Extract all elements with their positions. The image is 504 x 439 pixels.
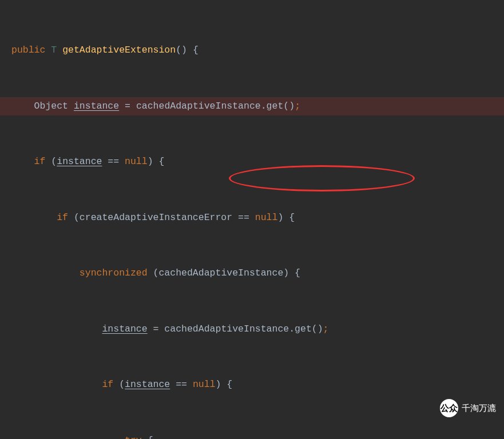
code-line: synchronized (cachedAdaptiveInstance) {	[11, 264, 504, 283]
method-name: getAdaptiveExtension	[62, 45, 176, 55]
rhs: cachedAdaptiveInstance.get()	[136, 101, 295, 111]
rhs: = cachedAdaptiveInstance.get()	[148, 324, 323, 334]
close: ) {	[216, 379, 233, 390]
generic-T: T	[51, 45, 57, 55]
keyword-synchronized: synchronized	[80, 268, 148, 278]
keyword-public: public	[11, 45, 45, 55]
code-editor[interactable]: public T getAdaptiveExtension() { Object…	[11, 4, 504, 439]
args: (cachedAdaptiveInstance) {	[148, 268, 300, 278]
var-instance: instance	[74, 101, 119, 111]
keyword-try: try	[125, 435, 142, 440]
var-instance: instance	[102, 324, 147, 334]
var-instance: instance	[125, 379, 170, 390]
keyword-null: null	[125, 156, 148, 167]
watermark-label: 千淘万漉	[462, 399, 496, 418]
code-line: if (instance == null) {	[11, 153, 504, 171]
keyword-if: if	[34, 156, 46, 167]
keyword-if: if	[102, 379, 113, 390]
semicolon: ;	[295, 101, 300, 111]
cond: (createAdaptiveInstanceError ==	[68, 212, 255, 223]
eq: =	[119, 101, 136, 111]
cmp: ==	[170, 379, 193, 390]
keyword-if: if	[57, 212, 68, 223]
code-line: if (createAdaptiveInstanceError == null)…	[11, 209, 504, 228]
var-instance: instance	[57, 156, 102, 167]
keyword-null: null	[255, 212, 278, 223]
code-line: public T getAdaptiveExtension() {	[11, 41, 504, 60]
code-line: Object instance = cachedAdaptiveInstance…	[11, 97, 504, 116]
brace: {	[142, 435, 153, 440]
code-line: if (instance == null) {	[11, 376, 504, 394]
type-object: Object	[34, 101, 68, 111]
code-line: try {	[11, 432, 504, 440]
keyword-null: null	[193, 379, 216, 390]
cmp: ==	[102, 156, 125, 167]
watermark: 公众 千淘万漉	[440, 399, 496, 418]
close: ) {	[277, 212, 295, 223]
wechat-icon: 公众	[440, 399, 458, 417]
wechat-icon-text: 公众	[440, 399, 458, 418]
parens: () {	[176, 45, 199, 55]
close: ) {	[148, 156, 165, 167]
open: (	[45, 156, 57, 167]
semicolon: ;	[323, 324, 329, 334]
code-line: instance = cachedAdaptiveInstance.get();	[11, 320, 504, 339]
open: (	[113, 379, 125, 390]
